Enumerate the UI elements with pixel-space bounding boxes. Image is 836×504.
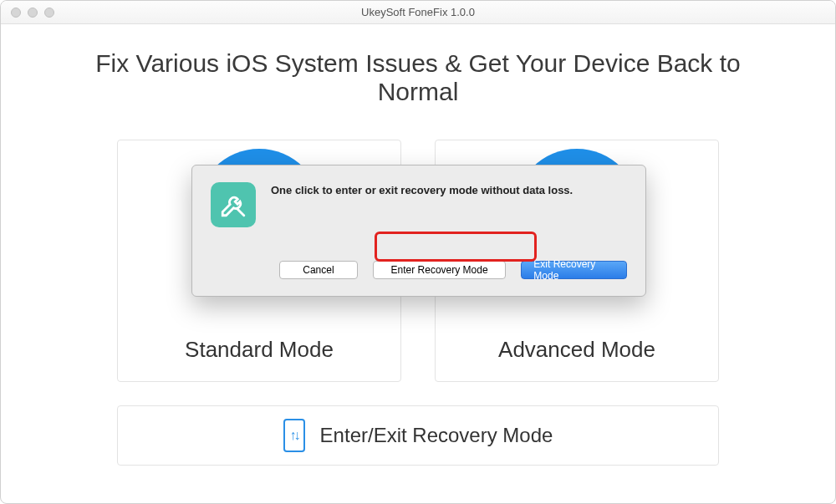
annotation-highlight [375,232,537,262]
traffic-lights [1,8,54,18]
zoom-window-button[interactable] [44,8,54,18]
advanced-mode-label: Advanced Mode [498,337,655,363]
tools-icon [211,182,256,227]
exit-recovery-mode-button[interactable]: Exit Recovery Mode [521,261,627,279]
dialog-button-row: Cancel Enter Recovery Mode Exit Recovery… [279,261,627,279]
cancel-button[interactable]: Cancel [279,261,358,279]
window-title: UkeySoft FoneFix 1.0.0 [1,6,835,18]
close-window-button[interactable] [11,8,21,18]
enter-recovery-mode-button[interactable]: Enter Recovery Mode [373,261,507,279]
app-window: UkeySoft FoneFix 1.0.0 Fix Various iOS S… [0,0,836,504]
page-headline: Fix Various iOS System Issues & Get Your… [68,49,768,106]
phone-recovery-icon: ↑↓ [283,419,305,452]
dialog-message: One click to enter or exit recovery mode… [271,184,573,196]
recovery-mode-dialog: One click to enter or exit recovery mode… [191,165,646,297]
minimize-window-button[interactable] [28,8,38,18]
recovery-mode-label: Enter/Exit Recovery Mode [320,424,553,447]
recovery-mode-card[interactable]: ↑↓ Enter/Exit Recovery Mode [117,405,719,466]
titlebar: UkeySoft FoneFix 1.0.0 [1,1,835,24]
standard-mode-label: Standard Mode [185,337,334,363]
svg-line-0 [237,208,244,216]
